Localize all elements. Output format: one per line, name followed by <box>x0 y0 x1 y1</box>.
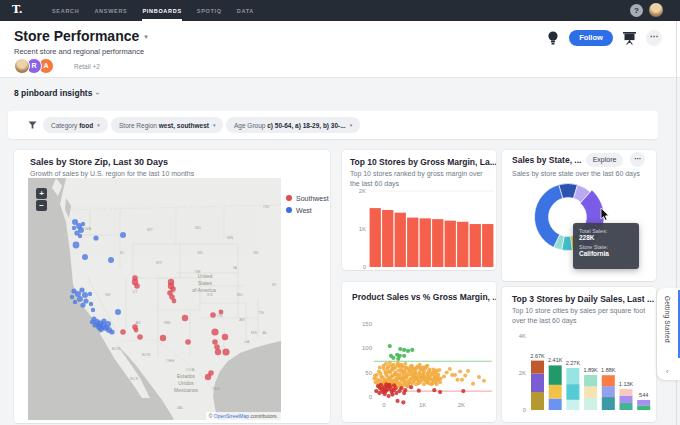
scatter-chart[interactable]: 15010050001K2K <box>342 282 496 422</box>
store-dot-west <box>105 321 111 327</box>
svg-text:1K: 1K <box>359 226 366 232</box>
bar <box>395 213 406 267</box>
scatter-dot <box>430 377 434 381</box>
scatter-dot <box>389 374 393 378</box>
more-options-icon[interactable]: ⋯ <box>646 30 662 46</box>
store-dot-west <box>81 222 85 226</box>
store-dot-west <box>120 232 126 238</box>
store-dot-southwest <box>215 349 221 355</box>
bar <box>457 222 468 267</box>
zoom-out-button[interactable]: − <box>36 200 47 211</box>
stacked-segment <box>549 365 562 384</box>
stacked-bar-chart[interactable]: 4K2K02.67K2.41K2.27K1.89K1.88K1.13K544 <box>502 287 656 422</box>
svg-text:United: United <box>198 273 213 279</box>
bar-chart[interactable]: 2K1K0 <box>342 150 496 270</box>
top-navbar: T. SEARCHANSWERSPINBOARDSSPOTIQDATA ? <box>0 0 680 21</box>
insights-bulb-icon[interactable] <box>546 30 560 46</box>
present-icon[interactable] <box>622 31 637 45</box>
store-dot-southwest <box>134 283 140 289</box>
stacked-segment <box>531 392 544 410</box>
svg-text:2K: 2K <box>458 402 465 408</box>
filter-chip-category[interactable]: Category food▾ <box>43 117 108 133</box>
scatter-dot <box>430 382 434 386</box>
nav-tab-spotiq[interactable]: SPOTIQ <box>197 0 222 21</box>
svg-text:Unidos: Unidos <box>178 380 194 386</box>
nav-tab-answers[interactable]: ANSWERS <box>94 0 127 21</box>
store-dot-west <box>82 254 88 260</box>
map-attribution: © OpenStreetMap contributors. <box>206 412 281 420</box>
scatter-dot <box>399 386 403 390</box>
legend-item[interactable]: West <box>286 207 312 214</box>
insights-heading[interactable]: 8 pinboard insights› <box>14 88 99 98</box>
scatter-dot <box>379 371 383 375</box>
geo-map[interactable]: ONWAMTNDMNIDSDWIWYIANEINMOKSNVUTCOTNARAZ… <box>28 178 281 420</box>
filter-icon[interactable] <box>28 121 37 129</box>
scatter-dot <box>380 375 384 379</box>
store-dot-west <box>88 292 92 296</box>
filter-chip-store-region[interactable]: Store Region west, southwest▾ <box>111 117 223 133</box>
zoom-in-button[interactable]: + <box>36 188 47 199</box>
page-subtitle: Recent store and regional performance <box>14 47 144 56</box>
scatter-dot <box>381 390 385 394</box>
scatter-dot <box>385 373 389 377</box>
scatter-dot <box>410 348 414 352</box>
svg-text:LA: LA <box>245 339 250 344</box>
nav-tab-data[interactable]: DATA <box>237 0 254 21</box>
title-dropdown-icon[interactable]: ▾ <box>144 33 148 40</box>
scatter-dot <box>373 373 377 377</box>
scatter-dot <box>482 379 486 383</box>
user-avatar[interactable] <box>649 3 663 17</box>
nav-tab-pinboards[interactable]: PINBOARDS <box>142 0 181 21</box>
svg-text:ND: ND <box>195 225 201 230</box>
svg-text:JAL: JAL <box>177 405 185 410</box>
scatter-dot <box>432 388 436 392</box>
svg-text:WA: WA <box>85 226 92 231</box>
svg-text:1.89K: 1.89K <box>583 367 598 373</box>
store-dot-west <box>89 302 93 306</box>
legend-item[interactable]: Southwest <box>286 195 329 202</box>
svg-text:AZ: AZ <box>135 320 141 325</box>
getting-started-panel[interactable]: Getting Started ‹ <box>657 288 680 380</box>
scatter-dot <box>414 382 418 386</box>
svg-text:1.88K: 1.88K <box>601 367 616 373</box>
svg-text:1K: 1K <box>419 402 426 408</box>
scatter-dot <box>401 365 405 369</box>
scatter-dot <box>420 368 424 372</box>
scatter-dot <box>386 377 390 381</box>
card-sales-by-store-zip: Sales by Store Zip, Last 30 Days Growth … <box>14 150 330 423</box>
card-product-sales-scatter: Product Sales vs % Gross Margin, ... 150… <box>342 282 496 422</box>
page-title: Store Performance▾ <box>14 28 148 44</box>
svg-text:150: 150 <box>362 321 373 327</box>
card-top3-daily-sales: Top 3 Stores by Daily Sales, Last ... To… <box>502 287 656 422</box>
scatter-dot <box>393 372 397 376</box>
stacked-segment <box>602 375 615 386</box>
nav-tab-search[interactable]: SEARCH <box>52 0 79 21</box>
scatter-dot <box>413 367 417 371</box>
scatter-dot <box>379 383 383 387</box>
follow-button[interactable]: Follow <box>569 30 613 46</box>
svg-text:AR: AR <box>239 317 245 322</box>
card-title: Sales by Store Zip, Last 30 Days <box>30 157 168 167</box>
scatter-dot <box>424 365 428 369</box>
stacked-segment <box>637 405 650 410</box>
osm-link[interactable]: OpenStreetMap <box>214 413 249 419</box>
scatter-dot <box>382 364 386 368</box>
thoughtspot-logo[interactable]: T. <box>12 3 23 16</box>
svg-text:BCS: BCS <box>130 376 139 381</box>
store-dot-southwest <box>222 348 229 355</box>
stacked-segment <box>620 396 633 403</box>
store-dot-southwest <box>172 299 177 304</box>
scatter-dot <box>422 382 426 386</box>
scatter-dot <box>403 381 407 385</box>
store-dot-southwest <box>208 370 214 376</box>
store-dot-southwest <box>185 339 191 345</box>
avatar[interactable] <box>14 58 30 74</box>
scatter-dot <box>463 373 467 377</box>
filter-chip-age-group[interactable]: Age Group c) 50-64, a) 18-29, b) 30-...▾ <box>226 117 360 133</box>
svg-text:Mexicanos: Mexicanos <box>174 387 198 393</box>
scatter-dot <box>387 383 391 387</box>
svg-text:0: 0 <box>382 402 386 408</box>
scatter-dot <box>402 354 406 358</box>
help-icon[interactable]: ? <box>630 4 643 17</box>
stacked-segment <box>620 389 633 395</box>
